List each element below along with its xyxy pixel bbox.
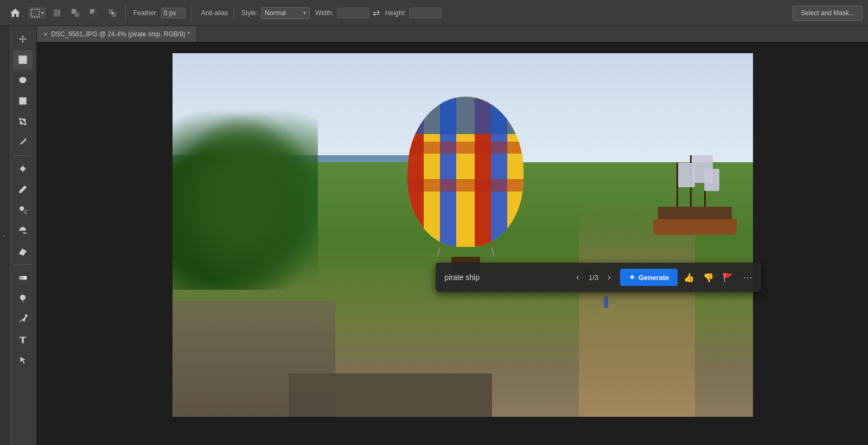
eyedropper-tool-btn[interactable] <box>13 132 33 152</box>
thumbs-down-button[interactable]: 👎 <box>700 269 717 285</box>
style-dropdown[interactable]: Normal ▾ <box>261 7 310 19</box>
svg-rect-13 <box>18 276 26 279</box>
svg-point-11 <box>21 167 24 170</box>
generate-toolbar: ‹ 1/3 › ✦ Generate 👍 👎 🚩 ⋯ <box>436 263 761 292</box>
image-trees <box>173 108 318 290</box>
ship-hull <box>653 219 737 235</box>
marquee-tool-group: ▾ <box>28 7 46 19</box>
image-wall-bottom <box>289 373 492 417</box>
clone-stamp-tool-btn[interactable] <box>13 200 33 220</box>
svg-rect-0 <box>31 9 39 16</box>
height-input[interactable] <box>409 8 442 18</box>
svg-rect-1 <box>54 9 61 16</box>
add-selection-btn[interactable] <box>68 5 83 21</box>
move-tool-btn[interactable] <box>13 29 33 49</box>
crop-tool-btn[interactable] <box>13 112 33 131</box>
style-value: Normal <box>265 9 286 17</box>
document-tab[interactable]: × DSC_6561.JPG @ 24.4% (pirate ship, RGB… <box>37 26 197 42</box>
eraser-tool-btn[interactable] <box>13 241 33 261</box>
width-input[interactable] <box>337 8 369 18</box>
path-selection-tool-btn[interactable] <box>13 351 33 370</box>
svg-rect-5 <box>93 12 98 17</box>
marquee-tool-dropdown[interactable]: ▾ <box>30 8 44 18</box>
type-tool-btn[interactable] <box>13 330 33 349</box>
balloon-top <box>407 97 524 134</box>
intersect-selection-btn[interactable] <box>105 5 120 21</box>
more-icon: ⋯ <box>743 271 752 283</box>
lasso-tool-btn[interactable] <box>13 71 33 90</box>
svg-rect-10 <box>19 98 26 105</box>
gradient-tool-btn[interactable] <box>13 268 33 288</box>
canvas-image-container <box>173 53 753 417</box>
healing-brush-tool-btn[interactable] <box>13 159 33 179</box>
width-label: Width: <box>315 9 334 17</box>
flag-icon: 🚩 <box>723 272 733 283</box>
thumbs-down-icon: 👎 <box>703 272 714 283</box>
balloon-band-2 <box>407 179 524 191</box>
ship-sail-3 <box>704 169 719 191</box>
height-label: Height: <box>385 9 406 17</box>
image-pirate-ship <box>648 155 741 235</box>
separator-3 <box>233 5 234 21</box>
left-toolbar-separator-2 <box>15 264 31 265</box>
left-toolbar-separator-1 <box>15 155 31 156</box>
svg-point-15 <box>25 315 27 317</box>
thumbs-up-button[interactable]: 👍 <box>681 269 697 285</box>
separator-1 <box>125 5 126 21</box>
history-brush-tool-btn[interactable] <box>13 221 33 240</box>
generate-next-button[interactable]: › <box>602 270 617 285</box>
balloon-ropes <box>437 247 495 257</box>
expand-panel-left[interactable]: •• <box>0 26 9 445</box>
style-label: Style: <box>241 9 258 17</box>
tab-close-icon[interactable]: × <box>43 30 48 38</box>
swap-icon[interactable]: ⇄ <box>373 8 380 18</box>
feather-input[interactable] <box>161 8 186 18</box>
select-mask-button[interactable]: Select and Mask... <box>793 5 863 21</box>
expand-dots-icon: •• <box>3 233 5 238</box>
generate-prompt-input[interactable] <box>441 273 567 282</box>
balloon-band-1 <box>407 142 524 154</box>
generate-button-label: Generate <box>639 274 669 282</box>
svg-rect-3 <box>74 12 79 17</box>
marquee-chevron-icon: ▾ <box>41 10 44 16</box>
canvas-image <box>173 53 753 417</box>
generate-prev-button[interactable]: ‹ <box>570 270 585 285</box>
anti-alias-label: Anti-alias <box>201 9 228 17</box>
dodge-tool-btn[interactable] <box>13 289 33 308</box>
home-button[interactable] <box>5 3 25 23</box>
new-selection-btn[interactable] <box>49 5 65 21</box>
top-toolbar: ▾ Feather: Anti-alias Style: Normal <box>0 0 868 26</box>
left-toolbar <box>9 26 37 445</box>
canvas-viewport[interactable]: ‹ 1/3 › ✦ Generate 👍 👎 🚩 ⋯ <box>37 42 868 445</box>
rectangular-marquee-tool-btn[interactable] <box>13 50 33 69</box>
canvas-area: × DSC_6561.JPG @ 24.4% (pirate ship, RGB… <box>37 26 868 445</box>
svg-rect-8 <box>111 12 113 14</box>
style-chevron-icon: ▾ <box>303 10 306 16</box>
feather-label: Feather: <box>133 9 158 17</box>
svg-point-14 <box>20 295 25 300</box>
svg-rect-9 <box>18 56 26 63</box>
separator-2 <box>191 5 192 21</box>
subtract-selection-btn[interactable] <box>86 5 101 21</box>
balloon-body <box>407 97 524 246</box>
thumbs-up-icon: 👍 <box>684 272 694 283</box>
brush-tool-btn[interactable] <box>13 180 33 199</box>
more-options-button[interactable]: ⋯ <box>739 269 756 285</box>
object-selection-tool-btn[interactable] <box>13 91 33 111</box>
tab-bar: × DSC_6561.JPG @ 24.4% (pirate ship, RGB… <box>37 26 868 42</box>
image-person-2 <box>604 296 608 308</box>
pen-tool-btn[interactable] <box>13 309 33 329</box>
generate-sparkle-icon: ✦ <box>629 273 635 282</box>
generate-counter: 1/3 <box>589 274 598 282</box>
flag-button[interactable]: 🚩 <box>720 269 736 285</box>
document-tab-title: DSC_6561.JPG @ 24.4% (pirate ship, RGB/8… <box>51 30 190 38</box>
generate-button[interactable]: ✦ Generate <box>620 269 678 286</box>
main-area: •• <box>0 26 868 445</box>
svg-point-12 <box>20 207 23 211</box>
